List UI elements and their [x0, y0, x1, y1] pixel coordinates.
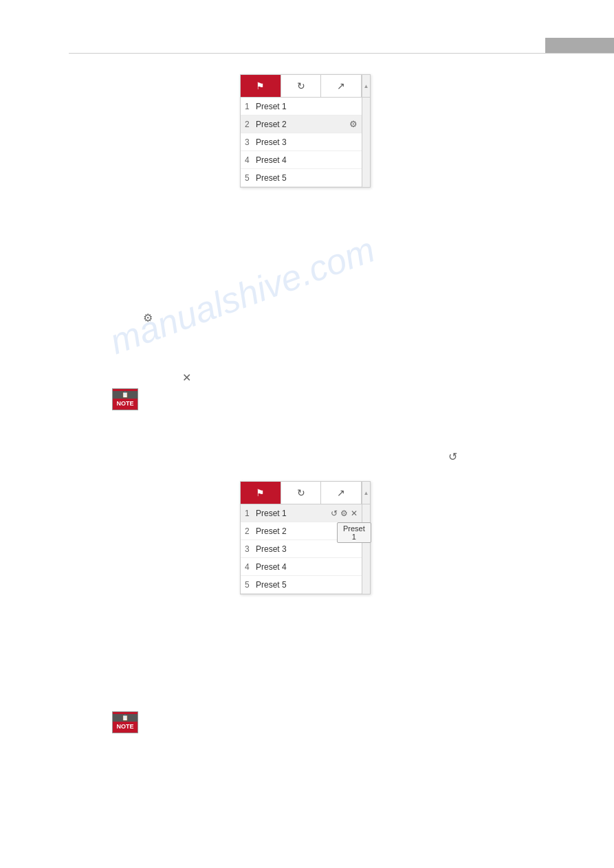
flag-icon: ⚑ — [256, 80, 265, 91]
preset-name: Preset 5 — [256, 173, 358, 183]
scroll-up-icon: ▲ — [364, 83, 369, 89]
row-number: 2 — [245, 120, 256, 129]
preset-name: Preset 4 — [256, 155, 358, 165]
panel2-tab-flag[interactable]: ⚑ — [241, 482, 281, 504]
row-number: 5 — [245, 173, 256, 183]
scrollbar-up-area-2[interactable]: ▲ — [362, 482, 370, 504]
preset-panel-1: ⚑ ↻ ↗ ▲ 1 Preset 1 2 Preset 2 ⚙ 3 Pr — [240, 74, 371, 188]
panel1-tab-trend[interactable]: ↗ — [321, 75, 362, 97]
preset-name: Preset 2 — [256, 120, 349, 129]
close-icon[interactable]: ✕ — [182, 371, 191, 384]
note-icon-2: 📋 NOTE — [112, 711, 138, 733]
settings-gear-icon[interactable]: ⚙ — [143, 311, 153, 324]
panel2-tab-trend[interactable]: ↗ — [321, 482, 362, 504]
table-row[interactable]: 4 Preset 4 — [241, 151, 370, 169]
table-row[interactable]: 5 Preset 5 — [241, 169, 370, 187]
preset-name: Preset 3 — [256, 544, 358, 554]
row-number: 3 — [245, 137, 256, 147]
row-number: 1 — [245, 509, 256, 518]
table-row[interactable]: 1 Preset 1 — [241, 98, 370, 115]
table-row[interactable]: 1 Preset 1 ↺ ⚙ ✕ — [241, 504, 370, 522]
row-number: 5 — [245, 580, 256, 590]
watermark: manualshive.com — [105, 229, 380, 363]
row-gear-icon[interactable]: ⚙ — [340, 509, 348, 518]
row-refresh-icon[interactable]: ↺ — [331, 509, 338, 518]
row-number: 4 — [245, 562, 256, 572]
scrollbar-up-area[interactable]: ▲ — [362, 75, 370, 97]
top-bar — [545, 38, 614, 53]
preset-name: Preset 1 — [256, 102, 358, 111]
preset-name: Preset 1 — [256, 509, 331, 518]
row-number: 3 — [245, 544, 256, 554]
scrollbar[interactable] — [362, 98, 370, 187]
panel2-tab-bar: ⚑ ↻ ↗ ▲ — [241, 482, 370, 504]
row-number: 4 — [245, 155, 256, 165]
preset-name: Preset 5 — [256, 580, 358, 590]
refresh-icon: ↻ — [297, 80, 305, 91]
trend-icon: ↗ — [337, 80, 345, 91]
refresh-curved-icon[interactable]: ↺ — [448, 450, 457, 463]
row-actions: ↺ ⚙ ✕ — [331, 509, 358, 518]
panel1-tab-bar: ⚑ ↻ ↗ ▲ — [241, 75, 370, 98]
preset-name: Preset 3 — [256, 137, 358, 147]
flag-icon: ⚑ — [256, 487, 265, 498]
table-row[interactable]: 5 Preset 5 — [241, 576, 370, 594]
scroll-up-icon-2: ▲ — [364, 490, 369, 496]
table-row[interactable]: 2 Preset 2 ⚙ — [241, 115, 370, 133]
table-row[interactable]: 4 Preset 4 — [241, 558, 370, 576]
panel1-preset-list: 1 Preset 1 2 Preset 2 ⚙ 3 Preset 3 4 Pre… — [241, 98, 370, 187]
preset-panel-2: ⚑ ↻ ↗ ▲ 1 Preset 1 ↺ ⚙ ✕ Preset 1 — [240, 481, 371, 594]
panel1-tab-flag[interactable]: ⚑ — [241, 75, 281, 97]
panel2-tab-refresh[interactable]: ↻ — [281, 482, 322, 504]
row-close-icon[interactable]: ✕ — [351, 509, 358, 518]
row-number: 1 — [245, 102, 256, 111]
scrollbar-2[interactable] — [362, 504, 370, 594]
panel1-tab-refresh[interactable]: ↻ — [281, 75, 322, 97]
preset-tooltip: Preset 1 — [337, 522, 371, 543]
note-icon-1: 📋 NOTE — [112, 388, 138, 410]
preset-name: Preset 4 — [256, 562, 358, 572]
tooltip-preset1-button[interactable]: Preset 1 — [337, 522, 371, 543]
row-number: 2 — [245, 526, 256, 536]
trend-icon: ↗ — [337, 487, 345, 498]
panel2-preset-list: 1 Preset 1 ↺ ⚙ ✕ Preset 1 2 Preset 2 3 P… — [241, 504, 370, 594]
gear-icon[interactable]: ⚙ — [349, 119, 358, 129]
table-row[interactable]: 3 Preset 3 — [241, 133, 370, 151]
refresh-icon: ↻ — [297, 487, 305, 498]
horizontal-rule — [69, 53, 614, 54]
